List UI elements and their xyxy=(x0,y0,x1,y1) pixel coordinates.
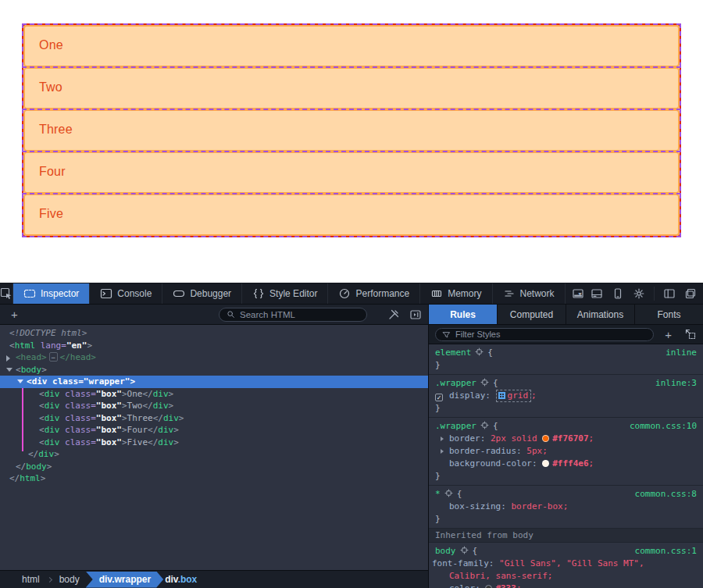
markup-line[interactable]: <head>…</head> xyxy=(0,351,428,364)
markup-line[interactable]: </html> xyxy=(0,472,428,485)
tab-style-editor[interactable]: Style Editor xyxy=(242,283,328,304)
css-declaration[interactable]: ✓display: grid; xyxy=(429,390,703,402)
grid-highlighter-icon[interactable] xyxy=(498,392,505,399)
markup-line[interactable]: <!DOCTYPE html> xyxy=(0,327,428,340)
breadcrumb-item-div-box[interactable]: div.box xyxy=(165,574,197,585)
filter-styles-input[interactable]: Filter Styles xyxy=(435,328,654,341)
breadcrumb-item-div-wrapper[interactable]: div.wrapper xyxy=(86,572,163,588)
rule-source-link[interactable]: common.css:1 xyxy=(635,545,697,558)
panel-toggle-button[interactable] xyxy=(663,287,676,300)
markup-line-selected[interactable]: <div class="wrapper"> xyxy=(0,376,428,388)
search-html-input[interactable]: Search HTML xyxy=(219,308,367,322)
pick-element-button[interactable] xyxy=(0,283,13,304)
property-colon: : xyxy=(516,446,526,456)
expand-arrow-icon[interactable] xyxy=(6,355,10,362)
tab-memory[interactable]: Memory xyxy=(420,283,492,304)
selector-highlighter-icon[interactable] xyxy=(459,545,469,555)
markup-line[interactable]: <div class="box">Four</div> xyxy=(0,424,428,437)
tab-network[interactable]: Network xyxy=(493,283,566,304)
code-token: div xyxy=(45,425,60,435)
selector-highlighter-icon[interactable] xyxy=(480,420,490,430)
collapse-arrow-icon[interactable] xyxy=(6,368,12,372)
property-name: box-sizing xyxy=(449,501,501,511)
code-token: </ xyxy=(153,413,163,423)
code-token: </ xyxy=(9,473,20,483)
property-colon: : xyxy=(480,433,491,444)
add-node-button[interactable]: + xyxy=(6,308,23,320)
declaration-enabled-checkbox[interactable]: ✓ xyxy=(435,394,443,401)
css-declaration[interactable]: font-family: "Gill Sans", "Gill Sans MT"… xyxy=(429,558,703,583)
property-value: border-box xyxy=(511,501,562,511)
close-brace-line: } xyxy=(429,470,703,483)
color-swatch[interactable] xyxy=(542,460,549,467)
rule-source-link[interactable]: common.css:8 xyxy=(635,488,697,501)
markup-line[interactable]: </body> xyxy=(0,461,428,473)
tab-debugger[interactable]: Debugger xyxy=(162,283,242,304)
sidebar-tab-rules[interactable]: Rules xyxy=(429,305,498,324)
code-token: > xyxy=(122,413,127,423)
css-declaration[interactable]: color: #333; xyxy=(429,583,703,588)
rule-selector-line[interactable]: *{common.css:8 xyxy=(429,488,703,501)
rule-selector-line[interactable]: .wrapper{common.css:10 xyxy=(429,420,703,433)
rule-source-link[interactable]: inline:3 xyxy=(655,377,697,390)
breadcrumb-item-html[interactable]: html xyxy=(22,574,40,585)
markup-line[interactable]: <div class="box">Two</div> xyxy=(0,400,428,412)
expand-pane-icon[interactable] xyxy=(409,308,422,321)
selector-highlighter-icon[interactable] xyxy=(474,347,484,357)
rule-source-link[interactable]: common.css:10 xyxy=(630,420,697,433)
selector-highlighter-icon[interactable] xyxy=(444,488,454,498)
css-declaration[interactable]: border-radius: 5px; xyxy=(429,445,703,458)
css-declaration[interactable]: border: 2px solid #f76707; xyxy=(429,433,703,445)
css-declaration[interactable]: background-color: #fff4e6; xyxy=(429,458,703,470)
color-swatch[interactable] xyxy=(485,585,492,588)
tab-inspector[interactable]: Inspector xyxy=(13,283,90,304)
code-token: < xyxy=(9,340,15,351)
selector-highlighter-icon[interactable] xyxy=(480,377,490,387)
code-token: class= xyxy=(48,376,84,387)
markup-line[interactable]: <body> xyxy=(0,364,428,376)
code-token: div xyxy=(153,401,169,411)
windows-icon xyxy=(684,287,697,300)
rule-selector-line[interactable]: body{common.css:1 xyxy=(429,545,703,558)
markup-line[interactable]: <div class="box">One</div> xyxy=(0,388,428,401)
rule-selector-line[interactable]: element{inline xyxy=(429,347,703,359)
collapse-arrow-icon[interactable] xyxy=(17,380,23,383)
split-console-button[interactable] xyxy=(591,287,603,300)
dock-side-button[interactable]: ▾ xyxy=(572,287,582,300)
color-swatch[interactable] xyxy=(542,435,549,442)
code-token: "wrapper" xyxy=(84,376,130,387)
code-token: <!DOCTYPE html> xyxy=(9,328,87,338)
responsive-mode-button[interactable] xyxy=(612,287,624,300)
code-token: class= xyxy=(60,437,96,447)
add-rule-button[interactable]: + xyxy=(662,329,675,340)
code-token: > xyxy=(173,425,179,435)
sidebar-tab-fonts[interactable]: Fonts xyxy=(635,305,703,324)
css-declaration[interactable]: box-sizing: border-box; xyxy=(429,501,703,513)
code-token: Five xyxy=(127,437,148,447)
sidebar-tab-animations[interactable]: Animations xyxy=(566,305,635,324)
rule-source-link[interactable]: inline xyxy=(666,347,697,359)
expand-shorthand-icon[interactable] xyxy=(441,449,444,454)
markup-line[interactable]: <html lang="en"> xyxy=(0,340,428,352)
code-token: class= xyxy=(60,425,96,435)
pseudo-class-panel-icon[interactable] xyxy=(684,328,697,340)
grid-box-four: Four xyxy=(23,151,680,194)
eyedropper-icon[interactable] xyxy=(387,308,400,321)
settings-icon xyxy=(633,287,645,300)
markup-line[interactable]: <div class="box">Three</div> xyxy=(0,412,428,425)
tab-console[interactable]: Console xyxy=(90,283,162,304)
rule-selector-line[interactable]: .wrapper{inline:3 xyxy=(429,377,703,390)
filter-icon xyxy=(441,330,451,340)
markup-line[interactable]: </div> xyxy=(0,448,428,461)
highlighter-toggle-box[interactable]: grid xyxy=(496,390,532,402)
settings-button[interactable] xyxy=(633,287,645,300)
sidebar-tab-computed[interactable]: Computed xyxy=(498,305,566,324)
search-icon xyxy=(226,309,236,319)
expand-shorthand-icon[interactable] xyxy=(441,437,444,441)
markup-line[interactable]: <div class="box">Five</div> xyxy=(0,437,428,449)
tab-performance[interactable]: Performance xyxy=(328,283,420,304)
windows-button[interactable] xyxy=(684,287,697,300)
tab-label: Performance xyxy=(355,288,409,299)
breadcrumb-item-body[interactable]: body xyxy=(59,574,80,585)
breadcrumb-tag: div xyxy=(165,574,177,585)
